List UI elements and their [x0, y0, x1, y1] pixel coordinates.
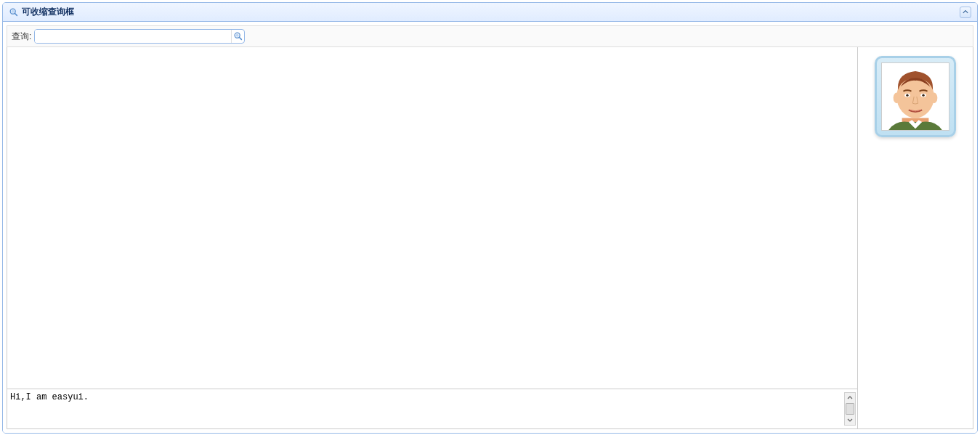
svg-line-1: [15, 13, 17, 15]
search-button[interactable]: [231, 30, 244, 43]
center-region: Hi,I am easyui.: [7, 47, 858, 428]
scrollbar[interactable]: [844, 392, 856, 426]
svg-point-2: [12, 9, 15, 12]
svg-line-4: [239, 37, 241, 39]
svg-point-10: [931, 92, 937, 103]
east-region: [858, 47, 973, 428]
collapse-button[interactable]: [960, 7, 971, 18]
search-icon: [9, 7, 19, 17]
main-panel: 可收缩查询框 查询:: [2, 2, 978, 434]
svg-point-13: [906, 94, 908, 97]
south-wrapper: Hi,I am easyui.: [7, 389, 857, 428]
scroll-up-icon[interactable]: [845, 393, 855, 403]
south-text: Hi,I am easyui.: [10, 392, 89, 402]
panel-body: 查询: Hi,I am easyui.: [3, 22, 977, 433]
avatar-frame: [875, 56, 956, 137]
scroll-thumb[interactable]: [846, 403, 854, 415]
panel-title: 可收缩查询框: [22, 6, 74, 18]
searchbox: [34, 29, 245, 44]
scroll-down-icon[interactable]: [845, 415, 855, 425]
south-region: Hi,I am easyui.: [7, 389, 857, 428]
search-input[interactable]: [35, 30, 231, 43]
svg-point-14: [922, 94, 924, 97]
avatar: [881, 62, 949, 131]
panel-title-wrap: 可收缩查询框: [9, 6, 74, 18]
svg-point-5: [236, 34, 239, 37]
search-label: 查询:: [12, 31, 31, 43]
panel-header: 可收缩查询框: [3, 3, 977, 22]
toolbar: 查询:: [7, 25, 973, 47]
layout: Hi,I am easyui.: [7, 47, 973, 429]
center-main: [7, 47, 857, 389]
svg-point-9: [894, 92, 900, 103]
